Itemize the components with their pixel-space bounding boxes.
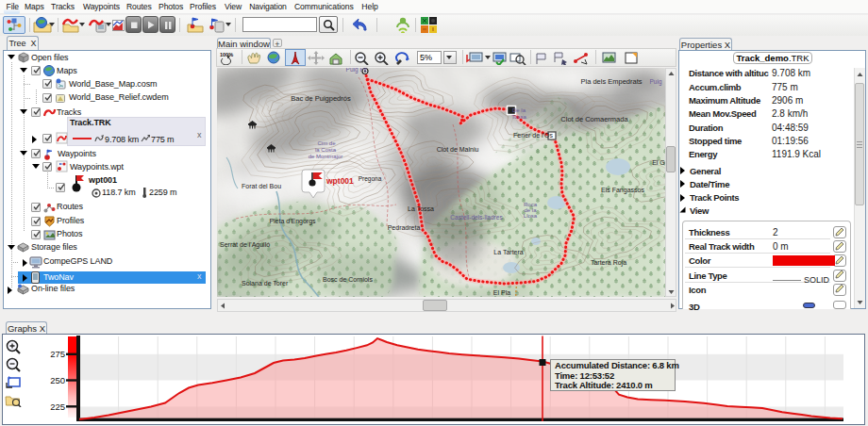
svg-text:Pregona: Pregona xyxy=(359,175,382,183)
svg-text:Llosa: Llosa xyxy=(524,213,538,219)
svg-text:225: 225 xyxy=(50,401,65,412)
svg-text:250: 250 xyxy=(50,375,65,385)
svg-text:Clot de Comaermada: Clot de Comaermada xyxy=(560,115,628,123)
svg-text:Pedradreta: Pedradreta xyxy=(388,224,421,231)
svg-text:Serrat de l'Agulló: Serrat de l'Agulló xyxy=(220,241,270,249)
svg-text:Bac de Puigpedrós: Bac de Puigpedrós xyxy=(291,94,351,103)
svg-text:Track Altitude: 2410.0 m: Track Altitude: 2410.0 m xyxy=(555,380,653,390)
svg-text:El G: El G xyxy=(652,159,665,166)
svg-text:Pla dels Empedrats: Pla dels Empedrats xyxy=(580,77,642,86)
svg-text:100%: 100% xyxy=(220,52,233,57)
svg-text:La Tartera: La Tartera xyxy=(493,249,523,255)
svg-text:Els Fangassos: Els Fangassos xyxy=(601,187,644,194)
svg-text:De la: De la xyxy=(512,107,526,113)
svg-text:Puig: Puig xyxy=(649,78,661,86)
svg-text:El Pla: El Pla xyxy=(493,289,510,296)
svg-text:Forat del Bou: Forat del Bou xyxy=(242,183,281,189)
svg-text:Cim de: Cim de xyxy=(317,140,336,146)
svg-text:Solana de Torer: Solana de Torer xyxy=(242,280,289,287)
svg-text:Bosc de Corniols: Bosc de Corniols xyxy=(323,276,373,283)
svg-text:La Tossa: La Tossa xyxy=(408,205,434,212)
svg-text:de Montmajor: de Montmajor xyxy=(309,154,343,159)
svg-text:Tossa: Tossa xyxy=(511,114,526,120)
svg-text:Pleta d'Engorgs: Pleta d'Engorgs xyxy=(269,218,316,225)
svg-text:la Costa: la Costa xyxy=(315,147,337,153)
svg-text:Castell-dels-lladres: Castell-dels-lladres xyxy=(450,214,503,221)
svg-text:Accumulated Distance: 6.8 km: Accumulated Distance: 6.8 km xyxy=(555,360,679,370)
svg-text:Tartera Roja: Tartera Roja xyxy=(591,259,626,267)
svg-text:Fener de l'Os: Fener de l'Os xyxy=(513,132,553,139)
svg-text:Time: 12:53:52: Time: 12:53:52 xyxy=(555,370,614,381)
svg-text:wpt001: wpt001 xyxy=(326,176,354,186)
svg-text:Clot de Malniu: Clot de Malniu xyxy=(437,146,479,153)
svg-text:275: 275 xyxy=(50,349,65,359)
